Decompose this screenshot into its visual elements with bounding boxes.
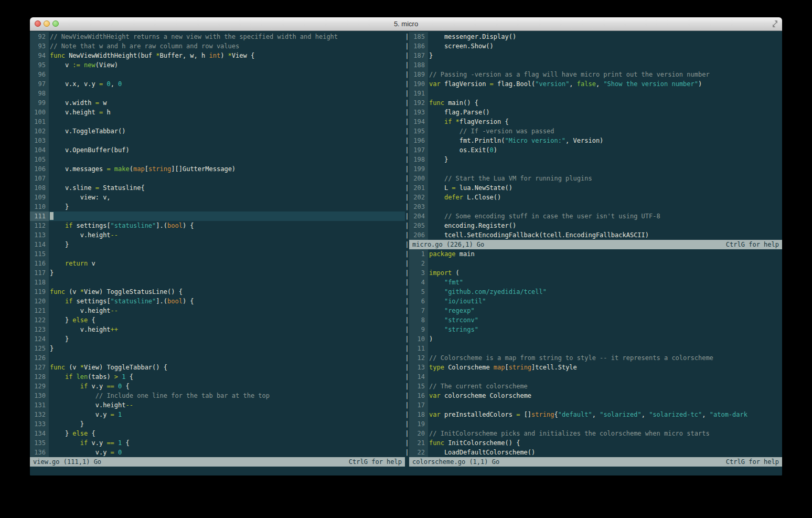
vertical-split-divider[interactable]: ||||||||||||||||||||||||||||||||||||||||… [405,32,409,467]
code-line[interactable]: 107 [30,174,405,183]
code-line[interactable]: 9 "strings" [409,325,782,334]
code-line[interactable]: 128 if len(tabs) > 1 { [30,372,405,382]
code-line[interactable]: 185 messenger.Display() [409,32,782,41]
code-line[interactable]: 5 "github.com/zyedidia/tcell" [409,287,782,297]
code-line[interactable]: 191 [409,89,782,98]
code-line[interactable]: 12// Colorscheme is a map from string to… [409,353,782,363]
code-line[interactable]: 127func (v *View) ToggleTabbar() { [30,363,405,372]
status-help-hint: CtrlG for help [726,240,779,249]
code-line[interactable]: 120 if settings["statusline"].(bool) { [30,297,405,306]
code-line[interactable]: 190var flagVersion = flag.Bool("version"… [409,79,782,89]
code-line[interactable]: 103 [30,136,405,145]
code-line[interactable]: 114 } [30,240,405,249]
code-line[interactable]: 17 [409,400,782,410]
code-line[interactable]: 110 } [30,202,405,212]
code-line[interactable]: 14 [409,372,782,382]
code-line[interactable]: 123 v.height++ [30,325,405,334]
code-line[interactable]: 115 [30,249,405,259]
editor-colorscheme-go[interactable]: 1package main23import (4 "fmt"5 "github.… [409,249,782,457]
code-line[interactable]: 93// Note that w and h are raw column an… [30,41,405,51]
code-line[interactable]: 13type Colorscheme map[string]tcell.Styl… [409,363,782,372]
code-line[interactable]: 98 [30,89,405,98]
code-line[interactable]: 112 if settings["statusline"].(bool) { [30,221,405,230]
code-line[interactable]: 95 v := new(View) [30,60,405,70]
code-line[interactable]: 134 } else { [30,429,405,438]
code-line[interactable]: 106 v.messages = make(map[string][]Gutte… [30,164,405,174]
code-line[interactable]: 133 } [30,419,405,429]
code-line[interactable]: 96 [30,70,405,79]
code-line[interactable]: 192func main() { [409,98,782,108]
code-line[interactable]: 1package main [409,249,782,259]
code-line[interactable]: 92// NewViewWidthHeight returns a new vi… [30,32,405,41]
code-line[interactable]: 188 [409,60,782,70]
code-line[interactable]: 116 return v [30,259,405,268]
command-line[interactable] [30,467,782,475]
code-line[interactable]: 195 // If -version was passed [409,126,782,136]
code-line[interactable]: 131 v.height-- [30,400,405,410]
code-line[interactable]: 15// The current colorscheme [409,382,782,391]
code-line[interactable]: 22 LoadDefaultColorscheme() [409,448,782,457]
code-line[interactable]: 135 if v.y == 1 { [30,438,405,448]
code-line[interactable]: 117} [30,268,405,278]
code-line[interactable]: 4 "fmt" [409,278,782,287]
code-line[interactable]: 130 // Include one line for the tab bar … [30,391,405,400]
code-line[interactable]: 194 if *flagVersion { [409,117,782,126]
code-line[interactable]: 201 L = lua.NewState() [409,183,782,193]
code-line[interactable]: 204 // Some encoding stuff in case the u… [409,212,782,221]
code-line[interactable]: 126 [30,353,405,363]
code-line[interactable]: 198 } [409,155,782,164]
code-line[interactable]: 105 [30,155,405,164]
code-line[interactable]: 16var colorscheme Colorscheme [409,391,782,400]
code-line[interactable]: 19 [409,419,782,429]
code-line[interactable]: 200 // Start the Lua VM for running plug… [409,174,782,183]
code-line[interactable]: 100 v.height = h [30,108,405,117]
code-line[interactable]: 125} [30,344,405,353]
code-line[interactable]: 189// Passing -version as a flag will ha… [409,70,782,79]
code-line[interactable]: 11 [409,344,782,353]
code-line[interactable]: 199 [409,164,782,174]
code-line[interactable]: 193 flag.Parse() [409,108,782,117]
resize-icon[interactable] [771,20,779,28]
code-line[interactable]: 187} [409,51,782,60]
status-filename: micro.go [412,241,443,248]
code-line[interactable]: 186 screen.Show() [409,41,782,51]
code-line[interactable]: 102 v.ToggleTabbar() [30,126,405,136]
editor-micro-go[interactable]: 185 messenger.Display()186 screen.Show()… [409,32,782,240]
code-line[interactable]: 7 "regexp" [409,306,782,315]
code-line[interactable]: 124 } [30,334,405,344]
code-line[interactable]: 6 "io/ioutil" [409,297,782,306]
code-line[interactable]: 206 tcell.SetEncodingFallback(tcell.Enco… [409,230,782,240]
code-line[interactable]: 104 v.OpenBuffer(buf) [30,145,405,155]
code-line[interactable]: 136 v.y = 0 [30,448,405,457]
code-line[interactable]: 121 v.height-- [30,306,405,315]
code-line[interactable]: 101 [30,117,405,126]
code-line[interactable]: 118 [30,278,405,287]
code-line[interactable]: 202 defer L.Close() [409,193,782,202]
line-number: 204 [409,212,428,221]
code-line[interactable]: 99 v.width = w [30,98,405,108]
code-line[interactable]: 2 [409,259,782,268]
code-line[interactable]: 113 v.height-- [30,230,405,240]
code-line[interactable]: 132 v.y = 1 [30,410,405,419]
code-line[interactable]: 94func NewViewWidthHeight(buf *Buffer, w… [30,51,405,60]
code-line[interactable]: 122 } else { [30,315,405,325]
code-line[interactable]: 119func (v *View) ToggleStatusLine() { [30,287,405,297]
code-line[interactable]: 21func InitColorscheme() { [409,438,782,448]
code-line[interactable]: 18var preInstalledColors = []string{"def… [409,410,782,419]
line-number: 1 [409,249,428,259]
code-line[interactable]: 111 [30,212,405,221]
code-line[interactable]: 3import ( [409,268,782,278]
editor-view-go[interactable]: 92// NewViewWidthHeight returns a new vi… [30,32,405,457]
code-line[interactable]: 10) [409,334,782,344]
code-line[interactable]: 109 view: v, [30,193,405,202]
code-line[interactable]: 8 "strconv" [409,315,782,325]
code-line[interactable]: 205 encoding.Register() [409,221,782,230]
code-line[interactable]: 129 if v.y == 0 { [30,382,405,391]
code-line[interactable]: 203 [409,202,782,212]
code-line[interactable]: 20// InitColorscheme picks and initializ… [409,429,782,438]
code-line[interactable]: 196 fmt.Println("Micro version:", Versio… [409,136,782,145]
code-line[interactable]: 97 v.x, v.y = 0, 0 [30,79,405,89]
code-line[interactable]: 108 v.sline = Statusline{ [30,183,405,193]
title-bar[interactable]: 5. micro [30,17,782,31]
code-line[interactable]: 197 os.Exit(0) [409,145,782,155]
